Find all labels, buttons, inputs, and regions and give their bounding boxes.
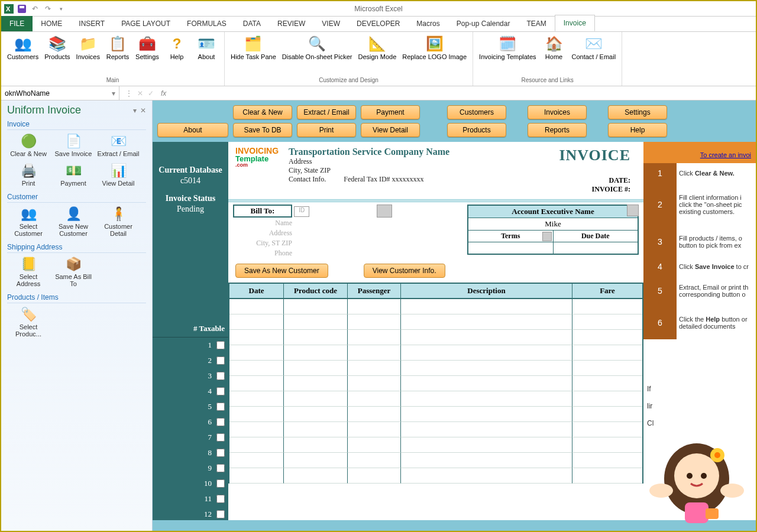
undo-icon[interactable]: ↶	[30, 4, 40, 14]
ribbon-settings[interactable]: 🧰Settings	[133, 33, 161, 61]
table-row[interactable]	[228, 376, 643, 391]
redo-icon[interactable]: ↷	[43, 4, 53, 14]
name-box[interactable]: oknWhoName ▾	[1, 86, 119, 100]
btn-products[interactable]: Products	[447, 123, 506, 137]
tp-save-invoice[interactable]: 📄Save Invoice	[52, 131, 95, 160]
table-row[interactable]	[228, 422, 643, 437]
billto-address[interactable]: Address	[233, 229, 292, 238]
btn-clear-new[interactable]: Clear & New	[233, 105, 292, 119]
tab-insert[interactable]: INSERT	[70, 16, 113, 31]
billto-phone[interactable]: Phone	[233, 249, 292, 258]
btn-view-detail[interactable]: View Detail	[361, 123, 420, 137]
ribbon-customers[interactable]: 👥Customers	[5, 33, 41, 61]
table-row[interactable]	[228, 314, 643, 330]
chevron-down-icon[interactable]: ▾	[112, 89, 115, 98]
taxable-checkbox[interactable]	[216, 372, 225, 380]
ribbon-reports[interactable]: 📋Reports	[103, 33, 132, 61]
tab-review[interactable]: REVIEW	[269, 16, 313, 31]
due-input[interactable]	[554, 242, 638, 254]
cancel-icon[interactable]: ✕	[137, 89, 143, 98]
tab-file[interactable]: FILE	[1, 16, 33, 31]
btn-about[interactable]: About	[157, 123, 228, 137]
taxable-checkbox[interactable]	[216, 510, 225, 518]
table-row[interactable]	[228, 361, 643, 376]
tab-page-layout[interactable]: PAGE LAYOUT	[113, 16, 179, 31]
btn-help[interactable]: Help	[608, 123, 667, 137]
tp-payment[interactable]: 💵Payment	[52, 161, 95, 189]
table-row[interactable]	[228, 407, 643, 422]
btn-print[interactable]: Print	[297, 123, 356, 137]
table-row[interactable]	[228, 330, 643, 345]
table-row[interactable]	[228, 345, 643, 361]
account-value[interactable]: Mike	[468, 218, 638, 230]
table-row[interactable]	[228, 299, 643, 314]
taxable-checkbox[interactable]	[216, 356, 225, 365]
tp-view-detail[interactable]: 📊View Detail	[97, 161, 140, 189]
save-icon[interactable]	[17, 4, 27, 14]
qat-dropdown-icon[interactable]: ▾	[56, 4, 66, 14]
ribbon-replace-logo[interactable]: 🖼️Replace LOGO Image	[400, 33, 469, 61]
table-row[interactable]	[228, 437, 643, 453]
table-row[interactable]	[228, 468, 643, 484]
btn-save-new-customer[interactable]: Save As New Customer	[235, 264, 328, 278]
btn-reports[interactable]: Reports	[528, 123, 587, 137]
tab-team[interactable]: TEAM	[518, 16, 554, 31]
btn-invoices[interactable]: Invoices	[528, 105, 587, 119]
taxable-checkbox[interactable]	[216, 449, 225, 457]
taxable-checkbox[interactable]	[216, 341, 225, 349]
tp-customer-detail[interactable]: 🧍Customer Detail	[97, 204, 140, 239]
tab-developer[interactable]: DEVELOPER	[348, 16, 408, 31]
tp-select-customer[interactable]: 👥Select Customer	[7, 204, 50, 239]
taxable-checkbox[interactable]	[216, 403, 225, 411]
worksheet[interactable]: Clear & New Extract / Email Payment Cust…	[153, 100, 756, 532]
billto-picker-button[interactable]	[377, 205, 392, 218]
terms-input[interactable]	[468, 242, 554, 254]
ribbon-home[interactable]: 🏠Home	[540, 33, 568, 61]
tab-popup-calendar[interactable]: Pop-up Calendar	[448, 16, 519, 31]
tab-invoice[interactable]: Invoice	[555, 15, 595, 31]
table-row[interactable]	[228, 391, 643, 407]
btn-settings[interactable]: Settings	[608, 105, 667, 119]
tab-home[interactable]: HOME	[33, 16, 70, 31]
taxable-checkbox[interactable]	[216, 387, 225, 395]
terms-picker-button[interactable]	[542, 232, 552, 241]
ribbon-invoices[interactable]: 📁Invoices	[74, 33, 102, 61]
tp-same-as-billto[interactable]: 📦Same As Bill To	[52, 254, 95, 290]
ribbon-contact[interactable]: ✉️Contact / Email	[570, 33, 619, 61]
ribbon-products[interactable]: 📚Products	[42, 33, 72, 61]
tp-select-address[interactable]: 📒Select Address	[7, 254, 50, 290]
btn-extract-email[interactable]: Extract / Email	[297, 105, 356, 119]
dropdown-icon[interactable]: ▾	[133, 106, 137, 115]
expand-icon[interactable]: ⋮	[125, 89, 132, 98]
help-link[interactable]: To create an invoi	[643, 142, 756, 163]
taxable-checkbox[interactable]	[216, 464, 225, 472]
tp-clear-new[interactable]: 🟢Clear & New	[7, 131, 50, 160]
ribbon-disable-picker[interactable]: 🔍Disable On-sheet Picker	[280, 33, 355, 61]
close-icon[interactable]: ✕	[140, 106, 146, 115]
btn-payment[interactable]: Payment	[361, 105, 420, 119]
taxable-checkbox[interactable]	[216, 479, 225, 488]
taxable-checkbox[interactable]	[216, 418, 225, 426]
ribbon-templates[interactable]: 🗓️Invoicing Templates	[477, 33, 538, 61]
tab-formulas[interactable]: FORMULAS	[179, 16, 235, 31]
taxable-checkbox[interactable]	[216, 495, 225, 503]
table-row[interactable]	[228, 453, 643, 468]
billto-name[interactable]: Name	[233, 219, 292, 228]
btn-view-customer-info[interactable]: View Customer Info.	[364, 264, 445, 278]
billto-id-input[interactable]: ID	[294, 206, 309, 217]
tab-macros[interactable]: Macros	[408, 16, 448, 31]
taxable-checkbox[interactable]	[216, 433, 225, 442]
billto-csz[interactable]: City, ST ZIP	[233, 239, 292, 248]
ribbon-hide-task-pane[interactable]: 🗂️Hide Task Pane	[228, 33, 279, 61]
tp-extract-email[interactable]: 📧Extract / Email	[97, 131, 140, 160]
btn-save-to-db[interactable]: Save To DB	[233, 123, 292, 137]
btn-customers[interactable]: Customers	[447, 105, 506, 119]
tp-select-product[interactable]: 🏷️Select Produc...	[7, 304, 50, 340]
ribbon-help[interactable]: ?Help	[163, 33, 191, 61]
tp-print[interactable]: 🖨️Print	[7, 161, 50, 189]
ribbon-design-mode[interactable]: 📐Design Mode	[355, 33, 399, 61]
tp-save-new-customer[interactable]: 👤Save New Customer	[52, 204, 95, 239]
tab-data[interactable]: DATA	[235, 16, 269, 31]
tab-view[interactable]: VIEW	[313, 16, 348, 31]
account-picker-button[interactable]	[627, 205, 639, 216]
